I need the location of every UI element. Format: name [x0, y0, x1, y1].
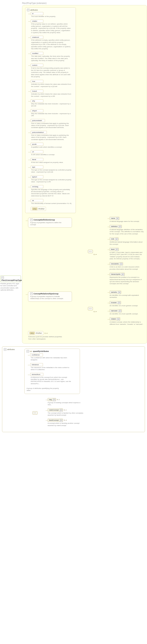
attr-desc: The relevance of the metadata to the new… — [30, 366, 72, 371]
attributes-label: attributes — [30, 9, 38, 11]
sequence-connector: 0..∞ — [72, 216, 109, 288]
attr-desc: The date (and, optionally, the time) whe… — [31, 55, 72, 62]
element-desc: An identifier of a concept with equivale… — [110, 294, 144, 299]
expand-icon[interactable] — [60, 409, 62, 412]
element-box[interactable]: facetConcept — [48, 419, 63, 422]
element-box[interactable]: mainConcept — [48, 408, 63, 412]
element-desc: Additional natural language information … — [110, 240, 144, 245]
element-desc: A concept which is faceting another conc… — [48, 422, 84, 426]
attr-custom: customIf set to true the corresponding p… — [31, 64, 74, 78]
attr-uri: uriA URI which identifies a concept. — [31, 150, 74, 156]
element-definition: definitionA natural language definition … — [110, 225, 144, 235]
attr-id: idThe local identifier of the property. — [31, 12, 74, 18]
attr-box[interactable]: id — [31, 12, 43, 15]
element-related: relatedA related concept, where the rela… — [110, 318, 144, 325]
attr-box[interactable]: creator — [31, 20, 43, 23]
attr-desc: Why the metadata has been included - exp… — [31, 102, 72, 107]
attr-box[interactable]: pubconstraint — [31, 119, 45, 122]
attr-howuri: howuriIndicates by which means the value… — [31, 90, 74, 97]
attr-creatoruri: creatoruriIf the attribute is empty, spe… — [31, 36, 74, 50]
attr-relevance: relevanceThe relevance of the metadata t… — [30, 363, 78, 371]
attr-box[interactable]: how — [31, 80, 43, 83]
element-box[interactable]: remoteInfo — [110, 262, 123, 265]
attr-box[interactable]: pubconstrainturi — [31, 131, 47, 134]
element-remoteinfo: remoteInfoA link to an item or a web res… — [110, 262, 144, 270]
attr-box[interactable]: custom — [31, 64, 43, 67]
attr-box[interactable]: howuri — [31, 90, 43, 93]
attr-box[interactable]: confidence — [30, 353, 43, 356]
element-narrower: narrowerAn identifier of a more specific… — [110, 309, 144, 315]
expand-icon[interactable] — [116, 218, 119, 220]
attr-box[interactable]: derivedfrom — [30, 373, 43, 376]
expand-icon[interactable] — [118, 291, 121, 294]
attr-desc: The type of the concept assigned as cont… — [31, 168, 72, 173]
attr-desc: Specifies the language of this property … — [31, 188, 72, 197]
attr-dir: dirThe directionality of textual content… — [31, 199, 74, 204]
expand-icon[interactable] — [117, 318, 120, 320]
attr-qcode: qcodeA qualified code which identifies a… — [31, 143, 74, 148]
extension-header: Flex1PropType (extension) — [22, 2, 147, 4]
collapse-icon[interactable] — [4, 348, 6, 351]
collapse-icon[interactable] — [27, 9, 30, 11]
attr-literal: literalA free-text value assigned as pro… — [31, 158, 74, 164]
element-bag: bag0..1A group of existing concepts whic… — [48, 398, 143, 406]
attr-box[interactable]: type — [31, 166, 43, 168]
attr-desc: A reference to the concept from which th… — [30, 376, 72, 385]
element-desc: In NAR 1.8 and later: facet is deprecate… — [110, 251, 144, 260]
expand-icon[interactable] — [53, 399, 55, 401]
attributes-label: attributes — [7, 348, 15, 350]
element-box[interactable]: sameAs — [110, 291, 121, 294]
expand-icon[interactable] — [118, 302, 120, 304]
attr-whyuri: whyuriWhy the metadata has been included… — [31, 109, 74, 117]
attr-desc: If the property value is not defined, sp… — [31, 23, 72, 34]
concept-definition-group: ConceptDefinitionGroup A group of proper… — [28, 218, 72, 228]
attr-desc: The type of the concept assigned as cont… — [31, 178, 72, 183]
occurrence: 0..∞ — [94, 311, 97, 312]
attr-box[interactable]: modified — [31, 52, 43, 55]
expand-icon[interactable] — [60, 419, 62, 422]
attr-typeuri: typeuriThe type of the concept assigned … — [31, 175, 74, 183]
element-box[interactable]: note — [110, 238, 119, 240]
attr-box[interactable]: xml:lang — [31, 185, 43, 188]
attr-box[interactable]: qcode — [31, 143, 43, 146]
expand-icon[interactable] — [122, 273, 124, 276]
attr-box[interactable]: creatoruri — [31, 36, 43, 39]
element-box[interactable]: hierarchyInfo — [110, 273, 125, 276]
root-complex-type: Flex1ConceptPropType Flexible generic PC… — [1, 276, 21, 291]
expand-icon[interactable] — [116, 248, 118, 251]
expand-icon[interactable] — [119, 310, 121, 312]
element-box[interactable]: name — [110, 217, 119, 220]
element-broader: broaderAn identifier of a more generic c… — [110, 301, 144, 307]
collapse-icon[interactable] — [2, 276, 4, 279]
element-mainconcept: mainConcept0..1The concept which is face… — [48, 408, 143, 416]
attr-box[interactable]: dir — [31, 199, 43, 202]
attr-desc: Indicates by which means the value was e… — [31, 83, 72, 88]
any-attribute-other: any##other — [31, 207, 46, 211]
element-box[interactable]: bag — [48, 398, 56, 401]
element-note: noteAdditional natural language informat… — [110, 238, 144, 245]
element-box[interactable]: related — [110, 318, 120, 320]
attr-xml-lang: xml:langSpecifies the language of this p… — [31, 185, 74, 197]
quantify-attributes-group: grp quantifyAttributes confidenceThe con… — [24, 349, 80, 394]
element-desc: A link to an item or a web resource whic… — [110, 265, 144, 270]
element-desc: A group of existing concepts which expre… — [48, 401, 84, 406]
root-type-desc: Flexible generic PCL-type for both contr… — [1, 282, 21, 291]
attr-box[interactable]: why — [31, 100, 43, 102]
attr-box[interactable]: typeuri — [31, 175, 43, 178]
element-desc: An identifier of a more generic concept. — [110, 304, 144, 307]
expand-icon[interactable] — [120, 263, 122, 265]
attr-box[interactable]: uri — [31, 150, 43, 153]
attr-box[interactable]: literal — [31, 158, 43, 161]
element-box[interactable]: facet — [110, 248, 119, 251]
collapse-icon[interactable] — [30, 218, 33, 221]
expand-icon[interactable] — [119, 226, 121, 228]
sequence-icon — [88, 307, 93, 310]
element-box[interactable]: broader — [110, 301, 121, 304]
attr-box[interactable]: whyuri — [31, 109, 43, 112]
element-box[interactable]: definition — [110, 225, 122, 228]
element-box[interactable]: narrower — [110, 309, 122, 312]
expand-icon[interactable] — [115, 238, 118, 240]
collapse-icon[interactable] — [30, 292, 33, 295]
attr-box[interactable]: relevance — [30, 363, 43, 366]
collapse-icon[interactable] — [27, 350, 29, 352]
